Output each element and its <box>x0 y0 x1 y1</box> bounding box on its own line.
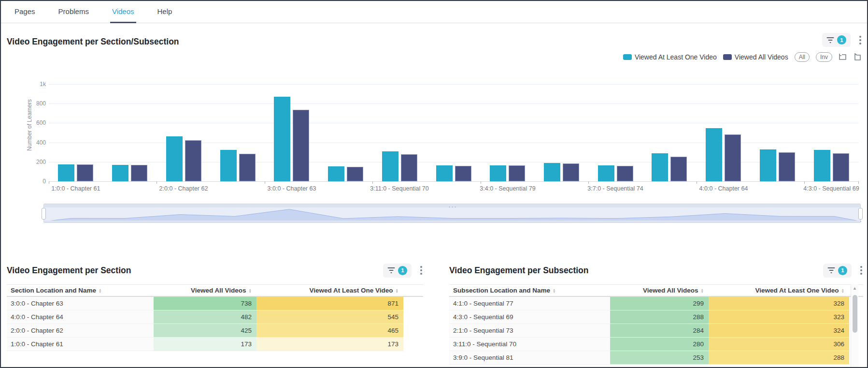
bar-viewed-all-cat9[interactable] <box>509 165 525 181</box>
x-axis-line <box>49 181 858 182</box>
bar-viewed-all-cat11[interactable] <box>617 166 633 181</box>
subsection-viewed-all-cell: 253 <box>610 351 709 365</box>
x-axis-tick <box>697 181 697 184</box>
y-axis-title: Number of Learners <box>26 99 33 151</box>
zoom-reset-icon[interactable] <box>853 53 861 61</box>
subsection-kebab-menu-icon[interactable] <box>859 265 863 276</box>
scroll-up-icon[interactable]: ▲ <box>851 284 858 292</box>
sort-icon: ▲▼ <box>841 288 844 293</box>
bar-viewed-one-cat10[interactable] <box>544 163 560 181</box>
bar-viewed-all-cat4[interactable] <box>239 154 256 181</box>
bar-viewed-all-cat8[interactable] <box>455 166 471 181</box>
y-axis-tick-label: 1k <box>27 81 46 88</box>
x-axis-label: 2:0:0 - Chapter 62 <box>159 185 208 192</box>
bar-viewed-one-cat8[interactable] <box>436 165 453 181</box>
section-table-row: 2:0:0 - Chapter 62425465 <box>7 324 423 338</box>
bar-viewed-all-cat2[interactable] <box>131 165 147 181</box>
subsection-filter-button[interactable]: 1 <box>823 264 852 278</box>
bar-viewed-one-cat9[interactable] <box>490 165 506 181</box>
subsection-name-cell: 4:1:0 - Sequential 77 <box>449 297 610 310</box>
chart-kebab-menu-icon[interactable] <box>858 35 862 45</box>
bar-viewed-one-cat12[interactable] <box>652 153 668 181</box>
chart-filter-button[interactable]: 1 <box>822 33 851 47</box>
section-column-header[interactable]: Section Location and Name▲▼ <box>7 285 154 296</box>
sort-icon: ▲▼ <box>396 288 398 293</box>
section-table-card: Video Engagement per Section 1 Section L… <box>7 262 423 351</box>
gridline <box>49 162 858 162</box>
bar-viewed-one-cat3[interactable] <box>166 136 183 181</box>
section-kebab-menu-icon[interactable] <box>419 265 423 276</box>
sort-icon: ▲▼ <box>553 288 555 293</box>
scrollbar-thumb[interactable] <box>853 295 857 333</box>
bar-viewed-one-cat7[interactable] <box>382 151 398 181</box>
sort-icon: ▲▼ <box>701 288 704 293</box>
subsection-filter-badge: 1 <box>838 266 847 275</box>
filter-icon <box>827 267 835 273</box>
subsection-table-title: Video Engagement per Subsection <box>449 265 823 276</box>
zoom-select-icon[interactable] <box>839 53 847 61</box>
section-column-header[interactable]: Viewed All Videos▲▼ <box>154 285 256 296</box>
x-axis-label: 3:4:0 - Sequential 79 <box>480 185 535 192</box>
y-axis-tick-label: 400 <box>27 139 46 146</box>
section-name-cell: 4:0:0 - Chapter 64 <box>7 310 154 324</box>
x-axis-tick <box>481 181 481 184</box>
bar-viewed-all-cat1[interactable] <box>77 164 93 181</box>
bar-viewed-all-cat5[interactable] <box>293 110 309 181</box>
bar-viewed-all-cat3[interactable] <box>185 140 201 181</box>
section-name-cell: 3:0:0 - Chapter 63 <box>7 297 154 310</box>
tab-pages[interactable]: Pages <box>13 1 37 23</box>
subsection-column-header[interactable]: Viewed All Videos▲▼ <box>610 285 709 296</box>
tab-help[interactable]: Help <box>156 1 174 23</box>
y-axis-tick-label: 200 <box>27 159 46 165</box>
subsection-viewed-all-cell: 284 <box>610 324 709 338</box>
slider-right-handle[interactable] <box>858 208 863 220</box>
bar-viewed-all-cat13[interactable] <box>725 134 741 181</box>
legend-item-viewed-all[interactable]: Viewed All Videos <box>723 53 788 61</box>
slider-move-handle[interactable]: ··· <box>448 202 457 210</box>
section-viewed-one-cell: 545 <box>256 310 403 324</box>
insights-dashboard: Pages Problems Videos Help Video Engagem… <box>0 0 868 368</box>
subsection-column-header[interactable]: Subsection Location and Name▲▼ <box>449 285 610 296</box>
bar-viewed-one-cat4[interactable] <box>220 150 237 181</box>
bar-viewed-one-cat11[interactable] <box>598 165 614 181</box>
bar-viewed-one-cat6[interactable] <box>328 166 344 181</box>
section-viewed-all-cell: 738 <box>154 297 256 310</box>
bar-viewed-all-cat14[interactable] <box>779 152 795 181</box>
bar-viewed-one-cat2[interactable] <box>112 165 128 181</box>
subsection-name-cell: 2:1:0 - Sequential 73 <box>449 324 610 338</box>
section-column-header[interactable]: Viewed At Least One Video▲▼ <box>256 285 403 296</box>
chart-range-slider[interactable]: ··· <box>43 204 861 223</box>
tab-problems[interactable]: Problems <box>57 1 91 23</box>
filter-icon <box>826 37 834 43</box>
bar-viewed-one-cat13[interactable] <box>706 128 722 181</box>
subsection-column-header[interactable]: Viewed At Least One Video▲▼ <box>709 285 849 296</box>
legend-all-button[interactable]: All <box>795 52 810 62</box>
section-filter-button[interactable]: 1 <box>383 264 412 278</box>
legend-swatch-viewed-one <box>623 54 632 60</box>
bar-viewed-all-cat12[interactable] <box>670 157 687 181</box>
y-axis-tick-label: 800 <box>27 100 46 107</box>
section-name-cell: 1:0:0 - Chapter 61 <box>7 338 154 351</box>
bar-viewed-all-cat7[interactable] <box>401 154 417 181</box>
bar-viewed-all-cat10[interactable] <box>563 163 579 181</box>
x-axis-label: 4:3:0 - Sequential 69 <box>803 185 859 192</box>
chart-legend-row: Viewed At Least One Video Viewed All Vid… <box>623 52 861 62</box>
bar-viewed-all-cat15[interactable] <box>833 153 849 181</box>
section-viewed-all-cell: 173 <box>154 338 256 351</box>
bar-viewed-one-cat15[interactable] <box>814 150 830 181</box>
legend-inv-button[interactable]: Inv <box>816 52 832 62</box>
subsection-table-scrollbar[interactable]: ▲ <box>851 284 858 368</box>
legend-item-viewed-one[interactable]: Viewed At Least One Video <box>623 53 717 61</box>
section-name-cell: 2:0:0 - Chapter 62 <box>7 324 154 338</box>
tab-videos[interactable]: Videos <box>110 1 136 23</box>
filter-icon <box>387 267 395 273</box>
bar-viewed-all-cat6[interactable] <box>347 167 363 181</box>
slider-left-handle[interactable] <box>42 208 46 220</box>
bar-viewed-one-cat5[interactable] <box>274 97 290 181</box>
bar-viewed-one-cat14[interactable] <box>760 149 776 181</box>
bar-viewed-one-cat1[interactable] <box>58 164 74 181</box>
section-table-row: 1:0:0 - Chapter 61173173 <box>7 338 423 351</box>
subsection-table-row: 4:1:0 - Sequential 77299328 <box>449 297 863 310</box>
section-viewed-one-cell: 871 <box>256 297 403 310</box>
sort-icon: ▲▼ <box>249 288 252 293</box>
